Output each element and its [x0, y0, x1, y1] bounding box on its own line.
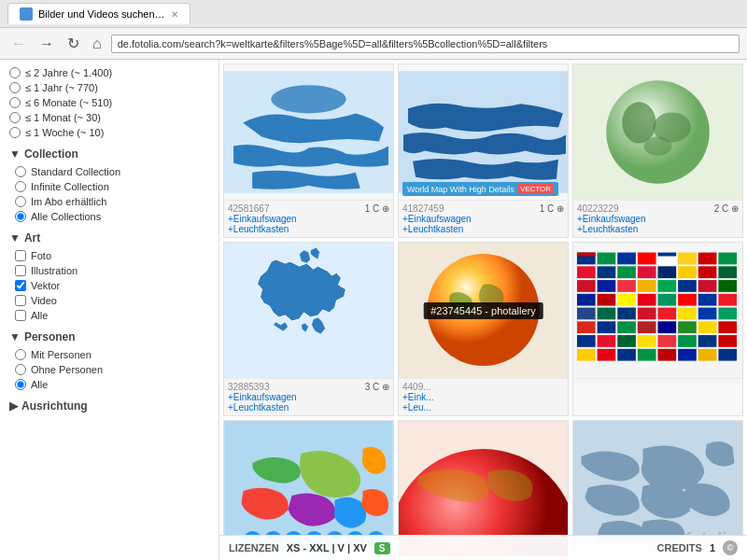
svg-rect-43: [577, 308, 596, 320]
age-filter-item-1[interactable]: ≤ 2 Jahre (~ 1.400): [9, 65, 209, 80]
image-action1-1[interactable]: +Einkaufswagen: [402, 214, 472, 224]
art-checkbox-illustration[interactable]: [15, 265, 26, 276]
address-bar[interactable]: [111, 35, 740, 53]
image-cell-3[interactable]: 32885393 3 C ⊕ +Einkaufswagen +Leuchtkas…: [223, 242, 394, 416]
art-label-vektor: Vektor: [31, 280, 60, 291]
image-action1-3[interactable]: +Einkaufswagen: [228, 392, 297, 402]
collection-item-infinite[interactable]: Infinite Collection: [0, 179, 218, 194]
collection-label-alle: Alle Collections: [31, 211, 101, 222]
person-radio-alle[interactable]: [15, 379, 26, 390]
ausrichtung-section-header[interactable]: ▶ Ausrichtung: [0, 392, 218, 416]
image-thumb-3: [224, 243, 393, 378]
art-item-illustration[interactable]: Illustration: [0, 263, 218, 278]
art-checkbox-vektor[interactable]: [15, 280, 26, 291]
person-radio-ohne[interactable]: [15, 364, 26, 375]
art-section-header[interactable]: ▼ Art: [0, 224, 218, 248]
personen-header-label: Personen: [24, 330, 76, 343]
svg-rect-68: [598, 349, 616, 361]
svg-rect-15: [658, 253, 677, 257]
image-cell-4[interactable]: #23745445 - photallery 4409... +Eink... …: [398, 242, 569, 416]
image-thumb-2: [573, 64, 742, 200]
person-item-mit[interactable]: Mit Personen: [0, 347, 218, 362]
home-button[interactable]: ⌂: [89, 34, 106, 54]
image-action2-4[interactable]: +Leu...: [402, 402, 431, 413]
age-radio-2[interactable]: [9, 82, 21, 93]
age-radio-1[interactable]: [9, 67, 21, 78]
svg-rect-17: [698, 253, 717, 265]
art-item-vektor[interactable]: Vektor: [0, 278, 218, 293]
svg-rect-38: [638, 294, 656, 306]
tab-close-button[interactable]: ✕: [171, 9, 178, 20]
image-cell-2[interactable]: 40223229 2 C ⊕ +Einkaufswagen +Leuchtkas…: [572, 63, 743, 238]
svg-point-4: [622, 102, 655, 143]
person-item-alle[interactable]: Alle: [0, 377, 218, 392]
age-radio-3[interactable]: [9, 97, 21, 108]
image-cell-1[interactable]: World Map With High Details VECTOR 41827…: [398, 63, 569, 238]
art-checkbox-foto[interactable]: [15, 250, 26, 261]
art-arrow-icon: ▼: [9, 231, 21, 245]
collection-radio-alle[interactable]: [15, 211, 26, 222]
ausrichtung-arrow-icon: ▶: [9, 399, 18, 413]
age-label-4: ≤ 1 Monat (~ 30): [25, 112, 101, 123]
art-label-foto: Foto: [31, 250, 51, 261]
license-label: LIZENZEN: [229, 542, 279, 553]
image-cell-5[interactable]: [572, 242, 743, 416]
collection-label-abo: Im Abo erhältlich: [31, 196, 106, 207]
svg-rect-61: [617, 335, 636, 347]
age-filter-item-4[interactable]: ≤ 1 Monat (~ 30): [9, 110, 209, 125]
reload-button[interactable]: ↻: [63, 33, 83, 54]
image-action1-2[interactable]: +Einkaufswagen: [577, 214, 646, 224]
art-item-video[interactable]: Video: [0, 293, 218, 308]
collection-radio-abo[interactable]: [15, 196, 26, 207]
svg-rect-25: [698, 266, 717, 278]
image-action1-0[interactable]: +Einkaufswagen: [228, 214, 297, 224]
svg-rect-21: [617, 266, 636, 278]
image-cell-0[interactable]: 42581667 1 C ⊕ +Einkaufswagen +Leuchtkas…: [223, 63, 394, 238]
image-action2-1[interactable]: +Leuchtkasten: [402, 224, 463, 234]
svg-rect-49: [698, 308, 717, 320]
personen-section-header[interactable]: ▼ Personen: [0, 323, 218, 347]
credits-label: CREDITS: [657, 542, 702, 553]
art-item-alle[interactable]: Alle: [0, 308, 218, 323]
collection-item-standard[interactable]: Standard Collection: [0, 164, 218, 179]
svg-rect-33: [698, 280, 717, 292]
age-radio-5[interactable]: [9, 127, 21, 138]
images-area: 42581667 1 C ⊕ +Einkaufswagen +Leuchtkas…: [219, 60, 747, 560]
person-radio-mit[interactable]: [15, 349, 26, 360]
back-button[interactable]: ←: [7, 34, 30, 54]
image-info-2: 40223229 2 C ⊕ +Einkaufswagen +Leuchtkas…: [573, 200, 742, 237]
age-label-2: ≤ 1 Jahr (~ 770): [25, 82, 98, 93]
age-filter-item-5[interactable]: ≤ 1 Woche (~ 10): [9, 125, 209, 140]
image-action2-2[interactable]: +Leuchtkasten: [577, 224, 638, 234]
image-action2-3[interactable]: +Leuchtkasten: [228, 402, 289, 413]
svg-rect-10: [577, 253, 596, 257]
image-id-3: 32885393: [228, 382, 270, 392]
age-radio-4[interactable]: [9, 112, 21, 123]
collection-item-abo[interactable]: Im Abo erhältlich: [0, 194, 218, 209]
svg-rect-52: [598, 321, 616, 333]
collection-section-header[interactable]: ▼ Collection: [0, 140, 218, 164]
art-checkbox-alle[interactable]: [15, 310, 26, 321]
collection-radio-standard[interactable]: [15, 166, 26, 177]
svg-rect-64: [678, 335, 697, 347]
collection-header-label: Collection: [24, 147, 78, 161]
svg-point-6: [643, 137, 671, 156]
art-checkbox-video[interactable]: [15, 295, 26, 306]
forward-button[interactable]: →: [35, 34, 58, 54]
image-credits-3: 3 C ⊕: [365, 382, 389, 392]
age-filter-item-3[interactable]: ≤ 6 Monate (~ 510): [9, 95, 209, 110]
tab-favicon-icon: [20, 7, 33, 21]
image-action2-0[interactable]: +Leuchtkasten: [228, 224, 289, 234]
person-item-ohne[interactable]: Ohne Personen: [0, 362, 218, 377]
person-label-ohne: Ohne Personen: [31, 364, 103, 375]
art-item-foto[interactable]: Foto: [0, 248, 218, 263]
age-filter-item-2[interactable]: ≤ 1 Jahr (~ 770): [9, 80, 209, 95]
ausrichtung-header-label: Ausrichtung: [21, 399, 88, 413]
images-grid: 42581667 1 C ⊕ +Einkaufswagen +Leuchtkas…: [223, 63, 743, 560]
collection-radio-infinite[interactable]: [15, 181, 26, 192]
svg-point-1: [271, 85, 345, 113]
image-action1-4[interactable]: +Eink...: [402, 392, 434, 402]
svg-rect-51: [577, 321, 596, 333]
collection-item-alle[interactable]: Alle Collections: [0, 209, 218, 224]
browser-tab[interactable]: Bilder und Videos suchen… ✕: [7, 3, 190, 24]
